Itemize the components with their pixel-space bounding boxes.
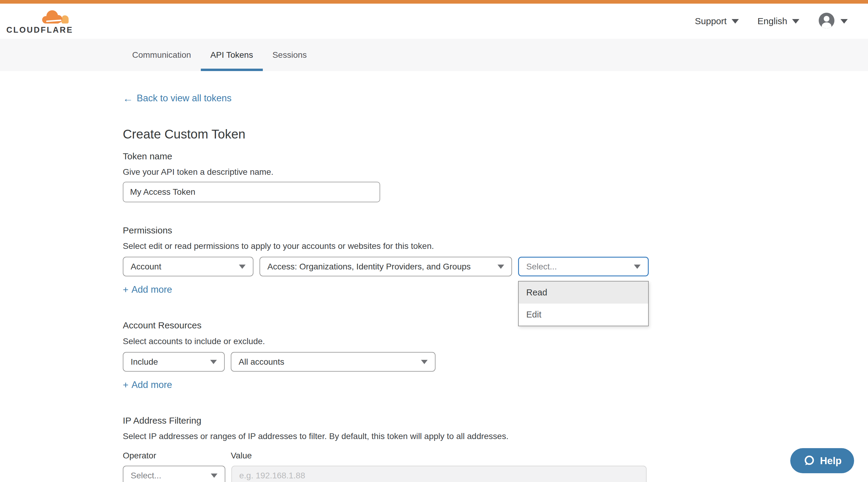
add-more-label: Add more — [131, 380, 172, 390]
token-name-description: Give your API token a descriptive name. — [123, 167, 868, 177]
ip-field-labels: Operator Value — [123, 451, 868, 460]
permission-scope-value: Account — [131, 262, 161, 271]
permissions-heading: Permissions — [123, 225, 868, 236]
chevron-down-icon — [732, 19, 739, 24]
language-label: English — [757, 16, 787, 26]
help-button[interactable]: Help — [790, 448, 854, 473]
chevron-down-icon — [211, 474, 217, 478]
account-resources-heading: Account Resources — [123, 320, 868, 331]
cloudflare-logo[interactable]: CLOUDFLARE — [6, 8, 70, 34]
chevron-down-icon — [792, 19, 799, 24]
permission-scope-select[interactable]: Account — [123, 257, 253, 277]
account-resources-description: Select accounts to include or exclude. — [123, 336, 868, 347]
ip-operator-select[interactable]: Select... — [123, 466, 225, 482]
token-name-input[interactable] — [123, 182, 380, 202]
tab-sessions[interactable]: Sessions — [263, 39, 317, 71]
account-resources-select-row: Include All accounts — [123, 352, 868, 372]
chevron-down-icon — [239, 265, 246, 269]
back-link-label: Back to view all tokens — [137, 93, 232, 104]
page-title: Create Custom Token — [123, 127, 868, 142]
permission-resource-select[interactable]: Access: Organizations, Identity Provider… — [259, 257, 512, 277]
accounts-value: All accounts — [239, 357, 284, 367]
chevron-down-icon — [634, 265, 641, 269]
plus-icon: + — [123, 380, 128, 390]
header-nav: Support English — [695, 12, 848, 30]
user-avatar-icon — [818, 12, 835, 30]
permissions-add-more-link[interactable]: + Add more — [123, 284, 172, 295]
tab-api-tokens[interactable]: API Tokens — [201, 39, 263, 71]
menu-option-edit[interactable]: Edit — [519, 303, 648, 326]
permission-level-select[interactable]: Select... Read Edit — [518, 257, 649, 277]
chevron-down-icon — [421, 360, 428, 364]
header: CLOUDFLARE Support English — [0, 4, 868, 39]
brand-accent-bar — [0, 0, 868, 4]
operator-label: Operator — [123, 451, 231, 460]
permissions-select-row: Account Access: Organizations, Identity … — [123, 257, 868, 277]
account-menu[interactable] — [818, 12, 848, 30]
ip-operator-value: Select... — [131, 471, 161, 481]
token-name-heading: Token name — [123, 151, 868, 162]
chevron-down-icon — [210, 360, 217, 364]
chevron-down-icon — [497, 265, 504, 269]
arrow-left-icon: ← — [123, 93, 133, 103]
add-more-label: Add more — [131, 284, 172, 295]
brand-wordmark: CLOUDFLARE — [6, 26, 73, 34]
main-content: ← Back to view all tokens Create Custom … — [0, 71, 868, 482]
help-button-label: Help — [820, 455, 842, 467]
language-menu[interactable]: English — [757, 16, 799, 26]
chevron-down-icon — [840, 19, 848, 24]
account-resources-add-more-link[interactable]: + Add more — [123, 380, 172, 390]
support-label: Support — [695, 16, 727, 26]
back-to-tokens-link[interactable]: ← Back to view all tokens — [123, 93, 232, 104]
support-menu[interactable]: Support — [695, 16, 739, 26]
permission-level-value: Select... — [526, 262, 557, 271]
account-mode-value: Include — [131, 357, 158, 367]
account-mode-select[interactable]: Include — [123, 352, 225, 372]
chat-bubble-icon — [803, 454, 815, 467]
ip-filtering-description: Select IP addresses or ranges of IP addr… — [123, 431, 868, 442]
cloudflare-cloud-icon — [39, 8, 70, 25]
accounts-select[interactable]: All accounts — [231, 352, 435, 372]
tab-bar: Communication API Tokens Sessions — [0, 39, 868, 71]
menu-option-read[interactable]: Read — [519, 282, 648, 303]
ip-filter-row: Select... — [123, 466, 868, 482]
ip-filtering-heading: IP Address Filtering — [123, 415, 868, 426]
permissions-description: Select edit or read permissions to apply… — [123, 241, 868, 251]
plus-icon: + — [123, 285, 128, 294]
permission-resource-value: Access: Organizations, Identity Provider… — [267, 262, 471, 271]
ip-value-input[interactable] — [231, 466, 647, 482]
permission-level-menu: Read Edit — [518, 281, 649, 326]
value-label: Value — [231, 451, 252, 460]
tab-communication[interactable]: Communication — [123, 39, 201, 71]
